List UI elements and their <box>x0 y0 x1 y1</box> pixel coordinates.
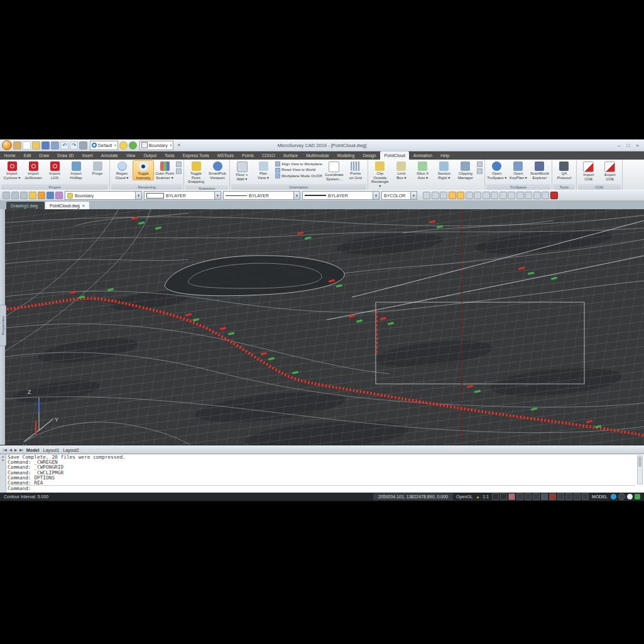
command-scrollbar[interactable] <box>637 456 643 484</box>
ribbon-button[interactable]: PlanView ▾ <box>253 160 274 180</box>
esnap-icon[interactable] <box>491 192 498 199</box>
status-toggle-icon[interactable] <box>525 493 532 500</box>
ribbon-tab[interactable]: Home <box>0 151 19 160</box>
esnap-icon[interactable] <box>457 192 464 199</box>
qat-icon[interactable] <box>13 141 21 150</box>
command-input[interactable]: Command: <box>8 485 635 492</box>
ribbon-button[interactable]: RegenCloud ▾ <box>111 160 133 180</box>
ribbon-tab[interactable]: Tools <box>160 151 178 160</box>
linetype-select[interactable]: BYLAYER ▾ <box>223 191 300 200</box>
viewport-split-icon[interactable] <box>176 161 182 167</box>
status-toggle-icon[interactable] <box>574 493 581 500</box>
status-indicator-icon[interactable] <box>635 494 640 499</box>
bulb-icon[interactable] <box>119 141 128 150</box>
qat-icon[interactable]: ↶ <box>60 141 68 150</box>
status-toggle-icon[interactable] <box>533 493 540 500</box>
qat-icon[interactable] <box>51 141 59 150</box>
ribbon-button[interactable]: Clip OutsideRectangle ▾ <box>369 160 391 188</box>
ribbon-tab[interactable]: MSTools <box>213 151 237 160</box>
minimize-button[interactable]: – <box>618 143 620 148</box>
status-toggle-icon[interactable] <box>492 493 499 500</box>
warning-icon[interactable]: ▲ <box>476 495 479 499</box>
status-toggle-icon[interactable] <box>565 493 572 500</box>
status-mode[interactable]: MODEL <box>592 494 608 499</box>
ribbon-tab[interactable]: Help <box>437 151 454 160</box>
ribbon-button[interactable]: ToggleIntensity <box>133 160 154 180</box>
esnap-icon[interactable] <box>440 192 447 199</box>
toolbar-icon[interactable] <box>11 192 19 199</box>
clip-toggle-icon[interactable] <box>477 161 483 167</box>
status-toggle-icon[interactable] <box>508 493 515 500</box>
ribbon-button[interactable]: ImportCyclone ▾ <box>1 160 23 180</box>
status-coordinates[interactable]: 2059204.101, 13822478.890, 0.000 <box>373 493 453 500</box>
esnap-icon[interactable] <box>508 192 515 199</box>
esnap-icon[interactable] <box>449 192 456 199</box>
qat-icon[interactable] <box>41 141 50 150</box>
view-select[interactable]: Boundary ▾ <box>139 141 173 150</box>
ribbon-tab[interactable]: Annotate <box>97 151 122 160</box>
esnap-icon[interactable] <box>432 192 439 199</box>
drawing-viewport[interactable]: Z Y X Properties <box>0 209 644 445</box>
status-toggle-icon[interactable] <box>516 493 523 500</box>
esnap-icon[interactable] <box>525 192 532 199</box>
close-button[interactable]: × <box>636 143 639 148</box>
ribbon-button[interactable]: OpenTruSpace ▾ <box>486 160 508 180</box>
ribbon-button[interactable]: ImportJetStream <box>23 160 44 180</box>
ribbon-button[interactable]: Color PointScanner ▾ <box>154 160 175 180</box>
status-toggle-icon[interactable] <box>541 493 548 500</box>
ribbon-button[interactable]: LimitBox ▾ <box>391 160 412 180</box>
layout-tab[interactable]: Layout1 <box>43 447 60 453</box>
lineweight-select[interactable]: BYLAYER ▾ <box>302 191 379 200</box>
toolbar-icon[interactable] <box>29 192 36 199</box>
status-toggle-icon[interactable] <box>500 493 507 500</box>
ribbon-small-button[interactable]: Reset View to World <box>275 168 322 173</box>
layout-nav-button[interactable]: ▶ <box>14 448 18 452</box>
ribbon-button[interactable]: Pointson Grid <box>345 160 366 180</box>
layout-tab[interactable]: Layout2 <box>63 447 79 453</box>
ribbon-button[interactable]: Floor +Wall ▾ <box>231 160 253 182</box>
ribbon-button[interactable]: SectionRight ▾ <box>434 160 455 180</box>
ribbon-tab[interactable]: Design <box>359 151 380 160</box>
plotstyle-select[interactable]: BYCOLOR ▾ <box>381 191 417 200</box>
qat-icon[interactable] <box>79 141 87 150</box>
scroll-up-icon[interactable]: ▲ <box>2 455 4 458</box>
maximize-button[interactable]: □ <box>626 143 630 148</box>
esnap-icon[interactable] <box>516 192 524 199</box>
status-toggle-icon[interactable] <box>582 493 589 500</box>
app-logo-icon[interactable] <box>2 140 12 150</box>
ribbon-button[interactable]: QAProtocol <box>554 160 575 180</box>
ribbon-button[interactable]: ExportCOE <box>599 160 621 182</box>
close-tab-icon[interactable]: × <box>82 204 85 208</box>
ribbon-button[interactable]: Purge <box>87 160 108 177</box>
ribbon-button[interactable]: ImportCOE <box>578 160 599 182</box>
ribbon-tab[interactable]: COGO <box>258 151 279 160</box>
ribbon-tab[interactable]: Modeling <box>333 151 359 160</box>
ribbon-tab[interactable]: Output <box>139 151 160 160</box>
toolbar-icon[interactable] <box>20 192 28 199</box>
document-tab[interactable]: Drawing1.dwg <box>6 202 45 209</box>
ribbon-button[interactable]: Slice XAxis ▾ <box>412 160 434 180</box>
ribbon-button[interactable]: CoordinateSystem... <box>324 160 345 182</box>
layout-tab[interactable]: Model <box>26 447 40 453</box>
ribbon-tab[interactable]: Express Tools <box>178 151 213 160</box>
document-tab[interactable]: PointCloud.dwg× <box>45 202 89 209</box>
ribbon-button[interactable]: ImportHxMap <box>65 160 87 180</box>
toolbar-icon[interactable] <box>55 192 63 199</box>
ribbon-tab[interactable]: Multimodule <box>302 151 334 160</box>
toolbar-icon[interactable] <box>3 192 10 199</box>
ribbon-tab[interactable]: Edit <box>19 151 35 160</box>
ribbon-button[interactable]: ClippingManager <box>455 160 476 180</box>
status-indicator-icon[interactable] <box>611 494 616 499</box>
ribbon-small-button[interactable]: Align View to Workplane <box>275 161 322 166</box>
status-scale[interactable]: 1:1 <box>483 494 489 499</box>
ribbon-tab[interactable]: Draw <box>35 151 53 160</box>
ribbon-tab[interactable]: Surface <box>279 151 302 160</box>
ribbon-tab[interactable]: Insert <box>78 151 97 160</box>
ribbon-button[interactable]: SmartPickViewport <box>207 160 228 180</box>
eyedropper-icon[interactable] <box>176 168 182 174</box>
layer-select[interactable]: Boundary ▾ <box>65 191 142 200</box>
esnap-icon[interactable] <box>542 192 549 199</box>
status-toggle-icon[interactable] <box>549 493 556 500</box>
scroll-down-icon[interactable]: ▼ <box>2 459 4 462</box>
add-button[interactable]: + <box>177 142 180 148</box>
